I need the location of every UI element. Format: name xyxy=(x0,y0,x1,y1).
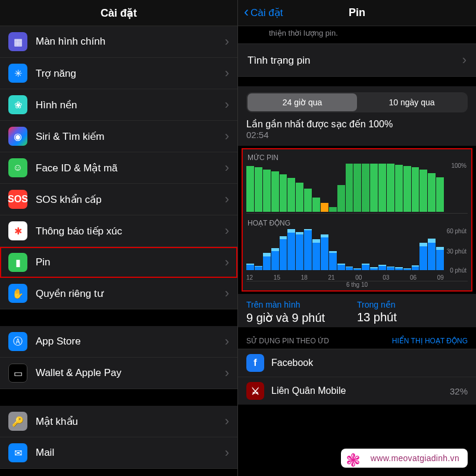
chevron-right-icon: › xyxy=(225,160,229,176)
row-label: Pin xyxy=(36,256,217,268)
on-screen-label: Trên màn hình xyxy=(246,300,357,309)
level-bar xyxy=(321,203,328,212)
xtick: 03 xyxy=(383,274,389,281)
settings-panel: Cài đặt ▦Màn hình chính›✳Trợ năng›❀Hình … xyxy=(0,0,238,476)
activity-bar xyxy=(436,247,444,270)
watermark-text: www.meovatgiadinh.vn xyxy=(371,453,459,463)
chevron-right-icon: › xyxy=(225,414,229,429)
activity-bar xyxy=(263,253,271,270)
settings-row-bat[interactable]: ▮Pin› xyxy=(0,247,237,278)
settings-row-siri[interactable]: ◉Siri & Tìm kiếm› xyxy=(0,121,237,152)
settings-row-wlt[interactable]: ▭Wallet & Apple Pay› xyxy=(0,358,237,389)
chevron-left-icon: ‹ xyxy=(244,5,249,19)
xtick: 09 xyxy=(437,274,444,281)
level-bar xyxy=(403,166,411,212)
app-row[interactable]: fFacebook xyxy=(238,349,476,377)
ytick-30: 30 phút xyxy=(447,248,466,255)
chevron-right-icon: › xyxy=(225,34,229,49)
level-bar xyxy=(362,164,369,212)
chevron-right-icon: › xyxy=(225,255,229,270)
last-charge-label: Lần gần nhất được sạc đến 100% xyxy=(238,115,476,130)
settings-row-priv[interactable]: ✋Quyền riêng tư› xyxy=(0,278,237,309)
level-bar xyxy=(346,164,353,212)
acc-icon: ✳ xyxy=(8,64,27,83)
level-bar xyxy=(287,178,295,212)
tab-10d[interactable]: 10 ngày qua xyxy=(357,93,466,111)
activity-bar xyxy=(296,232,303,270)
settings-row-mail[interactable]: ✉Mail› xyxy=(0,437,237,469)
show-activity-button[interactable]: HIỂN THỊ HOẠT ĐỘNG xyxy=(392,337,468,345)
home-icon: ▦ xyxy=(8,32,27,51)
settings-row-app[interactable]: ⒶApp Store› xyxy=(0,326,237,358)
time-range-segmented[interactable]: 24 giờ qua 10 ngày qua xyxy=(246,92,468,112)
level-bar xyxy=(255,167,262,212)
activity-bar xyxy=(395,267,403,270)
xtick: 00 xyxy=(355,274,362,281)
level-bar xyxy=(353,164,361,212)
level-bar xyxy=(312,198,320,212)
ytick-60: 60 phút xyxy=(447,228,466,234)
battery-health-label: Tình trạng pin xyxy=(248,54,310,67)
settings-row-acc[interactable]: ✳Trợ năng› xyxy=(0,58,237,89)
settings-row-wall[interactable]: ❀Hình nền› xyxy=(0,89,237,121)
activity-bar xyxy=(346,267,353,270)
back-label: Cài đặt xyxy=(250,7,283,19)
activity-bar xyxy=(271,248,279,270)
chevron-right-icon: › xyxy=(225,192,229,207)
chevron-right-icon: › xyxy=(225,97,229,112)
ytick-0: 0 phút xyxy=(450,267,466,274)
row-label: Mật khẩu xyxy=(36,415,217,428)
app-icon: Ⓐ xyxy=(8,332,27,351)
priv-icon: ✋ xyxy=(8,284,27,303)
tab-24h[interactable]: 24 giờ qua xyxy=(248,93,357,111)
level-bar xyxy=(296,183,303,212)
row-label: Thông báo tiếp xúc xyxy=(36,225,217,237)
level-bar xyxy=(304,189,312,212)
level-bar xyxy=(436,177,444,212)
row-label: Quyền riêng tư xyxy=(36,287,217,300)
row-label: SOS khẩn cấp xyxy=(36,193,217,206)
battery-header: ‹ Cài đặt Pin xyxy=(238,0,476,26)
level-bar xyxy=(378,164,386,212)
background-value: 13 phút xyxy=(357,311,468,324)
activity-bar xyxy=(287,229,295,270)
chevron-right-icon: › xyxy=(225,445,229,461)
activity-bar xyxy=(378,265,386,270)
activity-bar xyxy=(255,266,262,270)
siri-icon: ◉ xyxy=(8,127,27,146)
activity-bar xyxy=(387,267,394,270)
row-label: Trợ năng xyxy=(36,67,217,80)
activity-bar xyxy=(362,264,369,271)
settings-row-exp[interactable]: ✱Thông báo tiếp xúc› xyxy=(0,215,237,247)
settings-row-pwd[interactable]: 🔑Mật khẩu› xyxy=(0,406,237,437)
x-date: 6 thg 10 xyxy=(246,281,468,289)
sos-icon: SOS xyxy=(8,190,27,209)
chevron-right-icon: › xyxy=(225,365,229,381)
watermark: ❃ www.meovatgiadinh.vn xyxy=(341,449,468,468)
level-bar xyxy=(329,207,337,212)
chevron-right-icon: › xyxy=(225,129,229,144)
app-icon: ⚔ xyxy=(246,382,264,400)
level-bar xyxy=(246,166,254,212)
row-label: Mail xyxy=(36,447,217,459)
row-label: App Store xyxy=(36,336,217,347)
activity-bar xyxy=(412,265,419,270)
app-row[interactable]: ⚔Liên Quân Mobile32% xyxy=(238,377,476,405)
on-screen-value: 9 giờ và 9 phút xyxy=(246,311,357,325)
battery-level-chart: 100% xyxy=(246,164,468,214)
settings-row-face[interactable]: ☺Face ID & Mật mã› xyxy=(0,152,237,184)
settings-row-home[interactable]: ▦Màn hình chính› xyxy=(0,26,237,58)
level-bar xyxy=(395,165,403,212)
row-label: Wallet & Apple Pay xyxy=(36,367,217,379)
pwd-icon: 🔑 xyxy=(8,412,27,431)
back-button[interactable]: ‹ Cài đặt xyxy=(244,7,283,19)
chevron-right-icon: › xyxy=(225,223,229,239)
battery-panel: ‹ Cài đặt Pin thiện thời lượng pin. Tình… xyxy=(238,0,476,476)
settings-row-sos[interactable]: SOSSOS khẩn cấp› xyxy=(0,184,237,215)
activity-bar xyxy=(329,251,337,270)
activity-bar xyxy=(337,264,345,271)
battery-health-row[interactable]: Tình trạng pin › xyxy=(238,43,476,77)
xtick: 18 xyxy=(301,274,308,281)
app-pct: 32% xyxy=(450,386,468,396)
battery-level-label: MỨC PIN xyxy=(246,152,468,164)
